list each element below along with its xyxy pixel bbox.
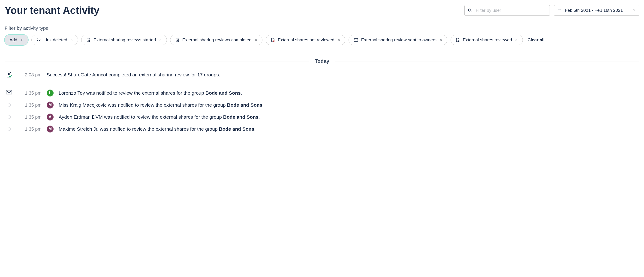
calendar-icon xyxy=(558,8,562,12)
filter-chip-label: External sharing reviews completed xyxy=(182,38,252,42)
activity-row: 2:08 pmSuccess! ShareGate Apricot comple… xyxy=(18,70,640,80)
activity-group: 2:08 pmSuccess! ShareGate Apricot comple… xyxy=(4,70,640,80)
activity-text: Miss Kraig Macejkovic was notified to re… xyxy=(59,102,264,108)
activity-text: Maxime Streich Jr. was notified to revie… xyxy=(59,126,256,132)
activity-text: Ayden Erdman DVM was notified to review … xyxy=(59,114,260,120)
activity-row: 1:35 pmMMiss Kraig Macejkovic was notifi… xyxy=(18,100,640,110)
day-divider: Today xyxy=(4,58,640,64)
activity-text: Lorenzo Toy was notified to review the e… xyxy=(59,90,242,96)
activity-time: 2:08 pm xyxy=(18,72,42,78)
activity-row: 1:35 pmLLorenzo Toy was notified to revi… xyxy=(18,88,640,98)
add-filter-label: Add xyxy=(10,38,17,42)
filter-chip[interactable]: External sharing reviews completed xyxy=(170,34,262,45)
svg-point-27 xyxy=(458,40,459,42)
avatar: L xyxy=(47,90,54,96)
svg-rect-24 xyxy=(354,38,358,42)
divider-line xyxy=(4,61,309,62)
avatar: M xyxy=(47,102,54,108)
activity-text: Success! ShareGate Apricot completed an … xyxy=(47,72,220,78)
filter-section-label: Filter by activity type xyxy=(4,26,640,31)
svg-rect-33 xyxy=(6,90,12,94)
divider-line xyxy=(335,61,640,62)
filter-by-user-field[interactable] xyxy=(475,8,546,13)
activity-row: 1:35 pmAAyden Erdman DVM was notified to… xyxy=(18,112,640,122)
avatar: M xyxy=(47,126,54,132)
filter-chip[interactable]: External shares not reviewed xyxy=(266,34,345,45)
svg-line-28 xyxy=(459,42,460,42)
remove-chip-icon[interactable] xyxy=(254,38,258,42)
remove-chip-icon[interactable] xyxy=(159,38,162,42)
activity-feed: 2:08 pmSuccess! ShareGate Apricot comple… xyxy=(4,70,640,134)
clear-all-button[interactable]: Clear all xyxy=(526,38,546,42)
remove-chip-icon[interactable] xyxy=(70,38,73,42)
clear-date-icon[interactable] xyxy=(632,8,636,12)
filter-chip[interactable]: External sharing reviews started xyxy=(81,34,167,45)
envelope-icon xyxy=(354,38,358,42)
doc-check-icon xyxy=(4,70,14,79)
date-range-label: Feb 5th 2021 - Feb 16th 2021 xyxy=(565,8,629,13)
remove-chip-icon[interactable] xyxy=(439,38,442,42)
page-title: Your tenant Activity xyxy=(4,4,460,16)
doc-arrow-icon xyxy=(175,38,180,42)
activity-time: 1:35 pm xyxy=(18,90,42,96)
svg-line-11 xyxy=(39,41,40,42)
envelope-icon xyxy=(4,88,14,96)
link-broken-icon xyxy=(36,38,41,42)
svg-point-0 xyxy=(468,9,471,11)
doc-search-icon xyxy=(456,38,460,42)
activity-time: 1:35 pm xyxy=(18,114,42,120)
filter-chip-label: External sharing reviews started xyxy=(94,38,156,42)
filter-chip-label: External sharing review sent to owners xyxy=(361,38,436,42)
search-icon xyxy=(468,8,472,12)
svg-point-14 xyxy=(89,40,90,42)
activity-group: 1:35 pmLLorenzo Toy was notified to revi… xyxy=(4,88,640,134)
filter-chip[interactable]: External shares reviewed xyxy=(450,34,523,45)
svg-line-15 xyxy=(90,42,90,42)
filter-chips-row: Add Link deletedExternal sharing reviews… xyxy=(4,34,640,45)
activity-time: 1:35 pm xyxy=(18,126,42,132)
filter-chip-label: External shares not reviewed xyxy=(278,38,334,42)
add-filter-chip[interactable]: Add xyxy=(4,34,28,45)
filter-chip[interactable]: External sharing review sent to owners xyxy=(348,34,447,45)
svg-rect-2 xyxy=(558,9,561,12)
top-bar: Your tenant Activity Feb 5th 2021 - Feb … xyxy=(4,4,640,16)
doc-x-icon xyxy=(270,38,275,42)
filter-by-user-input[interactable] xyxy=(464,5,550,16)
remove-chip-icon[interactable] xyxy=(337,38,340,42)
day-label: Today xyxy=(314,58,329,64)
filter-chip-label: External shares reviewed xyxy=(463,38,512,42)
filter-chip[interactable]: Link deleted xyxy=(32,34,78,45)
svg-line-1 xyxy=(470,11,472,12)
plus-icon xyxy=(20,38,23,42)
remove-chip-icon[interactable] xyxy=(515,38,518,42)
activity-time: 1:35 pm xyxy=(18,102,42,108)
activity-row: 1:35 pmMMaxime Streich Jr. was notified … xyxy=(18,124,640,134)
date-range-picker[interactable]: Feb 5th 2021 - Feb 16th 2021 xyxy=(554,5,640,16)
avatar: A xyxy=(47,114,54,120)
filter-chip-label: Link deleted xyxy=(44,38,67,42)
doc-search-icon xyxy=(86,38,91,42)
